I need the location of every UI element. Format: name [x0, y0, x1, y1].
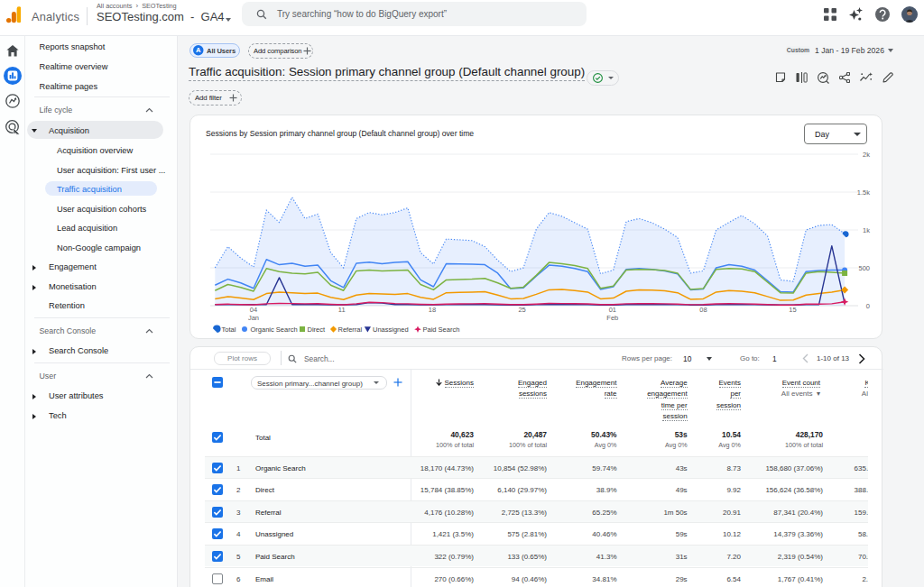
svg-text:Unassigned: Unassigned — [373, 326, 409, 334]
svg-text:Jan: Jan — [248, 314, 259, 322]
svg-text:25: 25 — [518, 306, 525, 314]
svg-text:2k: 2k — [863, 151, 870, 159]
svg-text:15: 15 — [789, 306, 796, 314]
svg-text:Paid Search: Paid Search — [423, 326, 460, 334]
svg-text:Organic Search: Organic Search — [251, 326, 298, 334]
svg-text:08: 08 — [699, 306, 707, 314]
svg-text:500: 500 — [858, 264, 870, 272]
svg-text:A: A — [196, 46, 201, 54]
svg-text:Direct: Direct — [308, 326, 327, 334]
svg-text:1k: 1k — [863, 226, 870, 234]
svg-text:18: 18 — [429, 306, 436, 314]
svg-text:11: 11 — [338, 306, 346, 314]
svg-text:0: 0 — [866, 302, 870, 310]
svg-text:Feb: Feb — [606, 314, 618, 322]
svg-text:Referral: Referral — [338, 326, 363, 334]
svg-text:Total: Total — [222, 326, 236, 334]
svg-text:1.5k: 1.5k — [857, 188, 870, 197]
